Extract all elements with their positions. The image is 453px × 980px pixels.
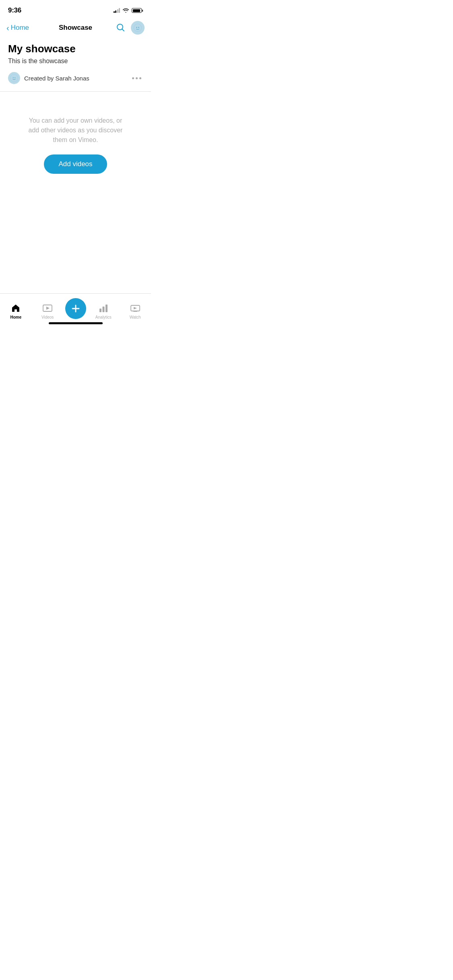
analytics-icon [98, 303, 109, 313]
search-button[interactable] [116, 23, 125, 33]
avatar-button[interactable] [131, 21, 145, 35]
svg-point-2 [136, 27, 137, 28]
creator-avatar-icon [10, 74, 18, 82]
tab-home[interactable]: Home [0, 303, 32, 319]
showcase-title: My showcase [8, 43, 143, 55]
home-indicator [49, 322, 103, 324]
videos-icon [42, 303, 53, 313]
tab-analytics-label: Analytics [95, 315, 112, 319]
plus-icon [70, 303, 81, 314]
battery-icon [132, 8, 143, 13]
more-options-button[interactable] [130, 76, 143, 81]
watch-icon [130, 303, 141, 313]
svg-point-6 [13, 77, 14, 78]
svg-rect-11 [102, 307, 104, 312]
search-icon [116, 23, 125, 32]
dot-icon [139, 77, 141, 79]
status-time: 9:36 [8, 6, 21, 14]
empty-state: You can add your own videos, or add othe… [8, 92, 143, 182]
back-button[interactable]: ‹ Home [6, 24, 39, 32]
main-content: My showcase This is the showcase Created… [0, 39, 151, 182]
nav-bar: ‹ Home Showcase [0, 18, 151, 39]
tab-add[interactable] [64, 298, 88, 324]
nav-actions [112, 21, 145, 35]
add-videos-button[interactable]: Add videos [44, 154, 107, 174]
wifi-icon [122, 8, 129, 13]
svg-point-7 [14, 77, 15, 78]
tab-watch[interactable]: Watch [119, 303, 151, 319]
page-title: Showcase [59, 24, 92, 32]
signal-icon [114, 8, 120, 13]
svg-marker-9 [46, 307, 50, 310]
creator-avatar [8, 72, 20, 84]
dot-icon [136, 77, 138, 79]
avatar-icon [133, 23, 142, 32]
tab-watch-label: Watch [130, 315, 141, 319]
dot-icon [132, 77, 134, 79]
add-button[interactable] [65, 298, 86, 319]
back-label: Home [11, 24, 29, 32]
tab-bar: Home Videos Analytics [0, 293, 151, 327]
empty-message: You can add your own videos, or add othe… [24, 116, 127, 145]
chevron-left-icon: ‹ [6, 24, 9, 32]
tab-videos-label: Videos [41, 315, 54, 319]
creator-name: Created by Sarah Jonas [24, 75, 89, 82]
showcase-description: This is the showcase [8, 58, 143, 65]
creator-info: Created by Sarah Jonas [8, 72, 89, 84]
svg-rect-10 [99, 309, 101, 312]
svg-point-3 [138, 27, 139, 28]
tab-videos[interactable]: Videos [32, 303, 64, 319]
status-bar: 9:36 [0, 0, 151, 18]
status-icons [114, 8, 143, 13]
svg-rect-12 [105, 305, 108, 312]
tab-analytics[interactable]: Analytics [88, 303, 120, 319]
svg-point-5 [10, 74, 18, 82]
creator-row: Created by Sarah Jonas [8, 72, 143, 84]
tab-home-label: Home [10, 315, 21, 319]
home-icon [10, 303, 21, 313]
